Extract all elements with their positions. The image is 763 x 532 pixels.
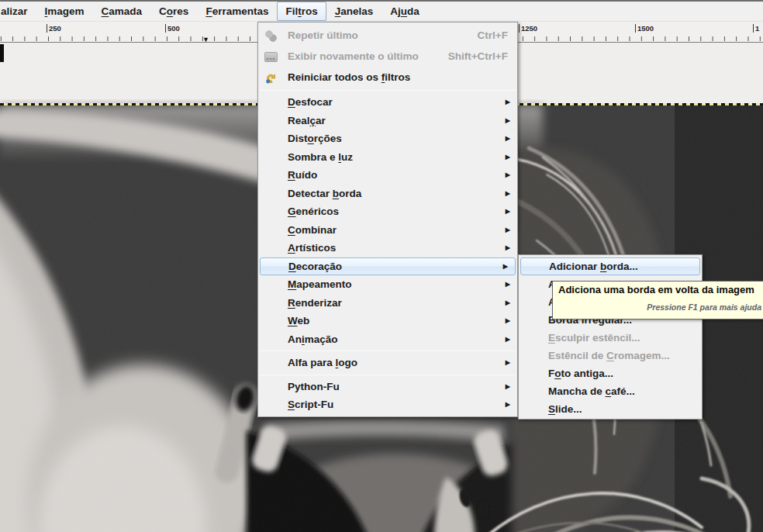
canvas-edge-mark — [0, 44, 4, 62]
menu-item-alfa-para-logo[interactable]: Alfa para logo▶ — [258, 354, 517, 372]
menubar-item-visualizar[interactable]: alizar — [0, 2, 36, 21]
ruler-label: 1250 — [519, 24, 537, 33]
menu-item-combinar[interactable]: Combinar▶ — [258, 221, 517, 240]
menu-item-reiniciar-filtros[interactable]: Reiniciar todos os filtros — [258, 67, 517, 88]
tooltip-help-text: Pressione F1 para mais ajuda — [558, 302, 761, 312]
menubar-item-ferramentas[interactable]: Ferramentas — [197, 2, 277, 21]
menu-bar: alizar Imagem Camada Cores Ferramentas F… — [0, 0, 763, 22]
submenu-arrow-icon: ▶ — [506, 317, 510, 324]
submenu-arrow-icon: ▶ — [506, 171, 510, 178]
shortcut-label: Ctrl+F — [478, 29, 508, 41]
submenu-item-estencil-de-cromagem: Estêncil de Cromagem... — [519, 347, 702, 364]
menu-item-detectar-borda[interactable]: Detectar borda▶ — [258, 185, 517, 203]
submenu-arrow-icon: ▶ — [506, 190, 510, 197]
submenu-item-mancha-de-cafe[interactable]: Mancha de café... — [519, 382, 702, 400]
menu-item-python-fu[interactable]: Python-Fu▶ — [258, 378, 517, 396]
ruler-label: 500 — [165, 24, 180, 33]
menu-item-decoracao[interactable]: Decoração▶ — [260, 257, 516, 276]
tooltip-text: Adiciona uma borda em volta da imagem — [558, 284, 761, 295]
menu-item-renderizar[interactable]: Renderizar▶ — [258, 294, 517, 313]
menu-item-repetir-ultimo: Repetir último Ctrl+F — [258, 25, 517, 46]
submenu-arrow-icon: ▶ — [506, 117, 510, 124]
menubar-item-janelas[interactable]: Janelas — [326, 2, 382, 21]
submenu-arrow-icon: ▶ — [506, 336, 510, 343]
submenu-arrow-icon: ▶ — [506, 281, 510, 288]
submenu-arrow-icon: ▶ — [506, 244, 510, 251]
submenu-arrow-icon: ▶ — [506, 401, 510, 408]
menu-item-exibir-novamente: Exibir novamente o último Shift+Ctrl+F — [258, 46, 517, 67]
menu-separator — [259, 375, 516, 375]
decoration-submenu: Adicionar borda... Adicionar chanfro... … — [518, 254, 703, 420]
submenu-arrow-icon: ▶ — [506, 154, 510, 161]
menu-separator — [259, 351, 516, 351]
menu-item-genericos[interactable]: Genéricos▶ — [258, 202, 517, 221]
submenu-arrow-icon: ▶ — [506, 135, 510, 142]
menu-item-ruido[interactable]: Ruído▶ — [258, 166, 517, 185]
submenu-item-foto-antiga[interactable]: Foto antiga... — [519, 364, 702, 382]
repeat-filter-icon — [264, 29, 278, 42]
menubar-item-imagem[interactable]: Imagem — [36, 2, 93, 21]
submenu-arrow-icon: ▶ — [506, 299, 510, 306]
ruler-label: 1 — [753, 24, 759, 33]
menu-item-artisticos[interactable]: Artísticos▶ — [258, 239, 517, 257]
submenu-item-esculpir-estencil: Esculpir estêncil... — [519, 329, 702, 347]
menubar-item-cores[interactable]: Cores — [150, 2, 197, 21]
shortcut-label: Shift+Ctrl+F — [448, 50, 508, 62]
reshow-filter-icon — [264, 52, 278, 62]
tooltip-adicionar-borda: Adiciona uma borda em volta da imagem Pr… — [552, 281, 763, 320]
reset-filters-icon — [264, 71, 278, 84]
menu-item-mapeamento[interactable]: Mapeamento▶ — [258, 275, 517, 294]
menu-item-animacao[interactable]: Animação▶ — [258, 330, 517, 349]
submenu-arrow-icon: ▶ — [506, 226, 510, 233]
menu-item-script-fu[interactable]: Script-Fu▶ — [258, 396, 517, 414]
gimp-window: alizar Imagem Camada Cores Ferramentas F… — [0, 0, 763, 532]
menu-item-sombra-e-luz[interactable]: Sombra e luz▶ — [258, 148, 517, 167]
menu-item-realcar[interactable]: Realçar▶ — [258, 112, 517, 130]
submenu-arrow-icon: ▶ — [506, 359, 510, 366]
submenu-item-slide[interactable]: Slide... — [519, 400, 702, 418]
submenu-arrow-icon: ▶ — [503, 263, 508, 270]
menubar-item-filtros[interactable]: Filtros — [277, 2, 326, 21]
menu-separator — [259, 90, 516, 91]
menubar-item-ajuda[interactable]: Ajuda — [382, 2, 428, 21]
ruler-label: 250 — [47, 24, 61, 33]
menu-item-web[interactable]: Web▶ — [258, 312, 517, 330]
submenu-arrow-icon: ▶ — [506, 98, 510, 105]
submenu-arrow-icon: ▶ — [506, 383, 510, 390]
ruler-position-marker-icon: ▼ — [202, 36, 209, 43]
menubar-item-camada[interactable]: Camada — [93, 2, 151, 21]
menu-item-distorcoes[interactable]: Distorções▶ — [258, 130, 517, 148]
menu-item-desfocar[interactable]: Desfocar▶ — [258, 93, 517, 112]
submenu-arrow-icon: ▶ — [506, 208, 510, 215]
submenu-item-adicionar-borda[interactable]: Adicionar borda... — [520, 257, 700, 275]
filters-menu: Repetir último Ctrl+F Exibir novamente o… — [257, 22, 518, 417]
ruler-label: 1500 — [635, 24, 654, 33]
